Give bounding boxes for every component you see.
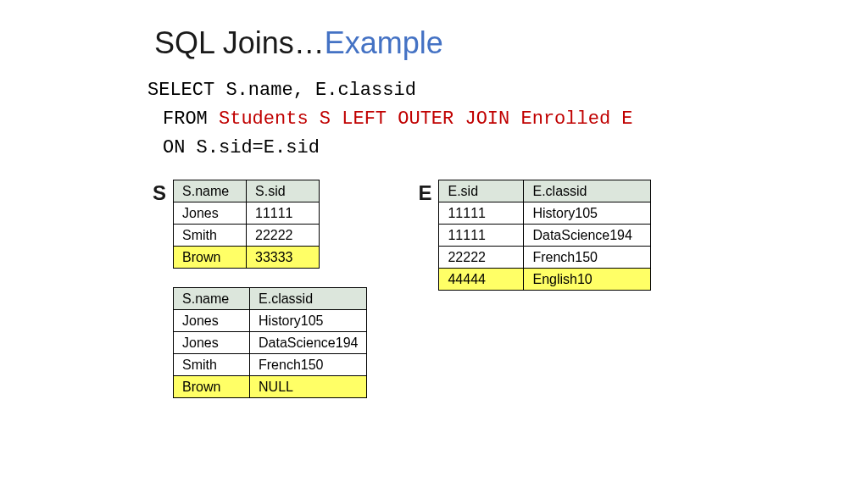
table-cell: Brown [174,376,250,398]
table-cell: English10 [524,269,651,291]
table-cell: History105 [524,202,651,225]
table-enrolled: E.sid E.classid 11111History10511111Data… [438,180,651,291]
table-e-label: E [418,181,431,205]
table-row: 11111DataScience194 [439,225,651,247]
table-result: S.name E.classid JonesHistory105JonesDat… [173,287,367,398]
table-row: Smith22222 [174,225,320,247]
table-row: JonesHistory105 [174,310,367,332]
sql-from-kw: FROM [163,108,219,130]
table-row: 11111History105 [439,202,651,225]
table-row: Jones11111 [174,202,320,225]
title-main: SQL Joins… [154,25,325,60]
sql-on-kw: ON [163,137,197,158]
sql-on-clause: S.sid=E.sid [197,137,320,158]
tables-area: S S.name S.sid Jones11111Smith22222Brown… [153,180,868,398]
table-cell: Smith [174,354,250,376]
table-header: E.sid [439,180,524,202]
table-cell: 33333 [247,247,320,269]
table-header: E.classid [524,180,651,202]
table-s-label: S [153,181,166,205]
table-cell: 44444 [439,269,524,291]
slide-title: SQL Joins…Example [154,25,868,61]
table-row: 44444English10 [439,269,651,291]
table-cell: History105 [250,310,367,332]
table-cell: NULL [250,376,367,398]
table-cell: 11111 [247,202,320,225]
sql-line-1: SELECT S.name, E.classid [147,76,868,105]
table-cell: Jones [174,332,250,354]
table-row: Brown33333 [174,247,320,269]
table-header: S.name [174,180,247,202]
table-row: 22222French150 [439,247,651,269]
table-row: JonesDataScience194 [174,332,367,354]
table-header: S.name [174,288,250,310]
table-cell: Smith [174,225,247,247]
table-cell: 22222 [439,247,524,269]
sql-line-3: ON S.sid=E.sid [147,134,868,163]
title-example: Example [325,25,443,60]
table-cell: DataScience194 [250,332,367,354]
table-header: S.sid [247,180,320,202]
table-row: SmithFrench150 [174,354,367,376]
table-header: E.classid [250,288,367,310]
table-cell: 11111 [439,225,524,247]
sql-from-clause: Students S LEFT OUTER JOIN Enrolled E [219,108,632,130]
table-row: BrownNULL [174,376,367,398]
table-students: S.name S.sid Jones11111Smith22222Brown33… [173,180,320,269]
table-cell: Jones [174,202,247,225]
table-cell: French150 [250,354,367,376]
sql-line-2: FROM Students S LEFT OUTER JOIN Enrolled… [147,105,868,134]
table-cell: Brown [174,247,247,269]
table-cell: French150 [524,247,651,269]
table-cell: Jones [174,310,250,332]
table-cell: 11111 [439,202,524,225]
sql-query: SELECT S.name, E.classid FROM Students S… [147,76,868,163]
table-cell: DataScience194 [524,225,651,247]
table-cell: 22222 [247,225,320,247]
